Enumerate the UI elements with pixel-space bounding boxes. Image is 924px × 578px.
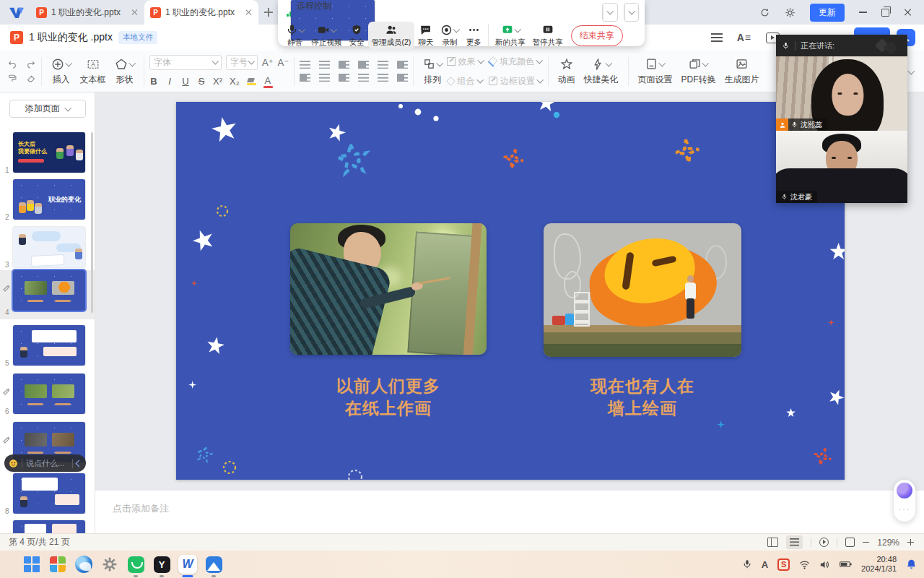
record-button[interactable]: 录制 <box>437 22 463 49</box>
bold-button[interactable]: B <box>149 76 158 87</box>
slide-thumbnail-row-8[interactable]: 8 <box>0 473 95 518</box>
ai-assistant-widget[interactable]: ··· <box>894 480 915 522</box>
justify-icon[interactable] <box>358 74 369 82</box>
new-tab-button[interactable] <box>264 8 273 17</box>
screen-share-indicator-icon[interactable]: S <box>777 558 790 571</box>
page-setup-button[interactable]: 页面设置 <box>634 57 677 86</box>
slide-thumbnail-row-5[interactable]: 5 <box>0 325 95 370</box>
current-slide[interactable]: 以前人们更多 在纸上作画 现在也有人在 墙上绘画 <box>176 102 845 480</box>
slide-image-painter[interactable] <box>290 223 487 355</box>
emoji-icon[interactable] <box>9 459 18 468</box>
format-painter-icon[interactable] <box>7 74 17 83</box>
superscript-button[interactable]: X² <box>213 76 222 87</box>
participant-video-1[interactable]: 沈熙蕊 <box>776 56 907 131</box>
font-color-button[interactable]: A <box>263 75 272 88</box>
store-icon[interactable] <box>48 555 67 574</box>
remote-control-button[interactable]: 远程控制 <box>624 3 640 22</box>
docs-app-icon[interactable] <box>204 555 223 574</box>
slide-3-thumbnail[interactable] <box>13 227 85 267</box>
manage-members-button[interactable]: 管理成员(2) <box>368 22 415 49</box>
textbox-button[interactable]: A 文本框 <box>76 57 110 86</box>
wifi-icon[interactable] <box>799 560 810 569</box>
decrease-indent-icon[interactable] <box>339 61 349 69</box>
slide-9-thumbnail[interactable] <box>13 520 85 533</box>
increase-indent-icon[interactable] <box>358 61 369 69</box>
new-share-button[interactable]: 新的共享 <box>492 22 529 49</box>
numbered-list-icon[interactable] <box>319 61 330 69</box>
grow-font-button[interactable]: A⁺ <box>262 57 274 68</box>
slide-8-thumbnail[interactable] <box>13 473 85 514</box>
slide-5-thumbnail[interactable] <box>13 325 85 366</box>
bullet-list-icon[interactable] <box>300 61 310 69</box>
font-size-select[interactable]: 字号 <box>226 55 258 70</box>
close-tab-icon[interactable] <box>131 9 139 16</box>
restore-icon[interactable] <box>881 9 889 17</box>
close-window-icon[interactable] <box>904 8 912 17</box>
chat-input-placeholder[interactable]: 说点什么... <box>26 458 69 469</box>
quick-beautify-button[interactable]: 快捷美化 <box>580 57 623 86</box>
right-caption-textbox[interactable]: 现在也有人在 墙上绘画 <box>544 375 741 420</box>
browser-icon[interactable] <box>74 555 93 574</box>
battery-icon[interactable] <box>840 560 852 569</box>
align-center-icon[interactable] <box>319 74 330 82</box>
notes-area[interactable]: 点击添加备注 <box>95 490 924 533</box>
subscript-button[interactable]: X₂ <box>230 76 240 87</box>
settings-gear-icon[interactable] <box>785 7 796 18</box>
shape-button[interactable]: 形状 <box>110 57 139 86</box>
clock[interactable]: 20:48 2024/1/31 <box>861 555 897 574</box>
align-left-icon[interactable] <box>300 74 310 82</box>
wps-logo-icon[interactable] <box>9 6 25 19</box>
add-page-button[interactable]: 添加页面 <box>9 100 86 118</box>
shrink-font-button[interactable]: A⁻ <box>278 57 289 68</box>
text-direction-icon[interactable] <box>397 74 408 82</box>
text-style-icon[interactable]: A≡ <box>737 32 751 43</box>
quick-chat-bar[interactable]: 说点什么... <box>4 454 86 472</box>
zoom-level[interactable]: 129% <box>877 538 899 548</box>
start-button[interactable] <box>22 555 41 574</box>
slide-4-thumbnail[interactable] <box>13 270 85 311</box>
strikethrough-button[interactable]: S <box>197 76 206 87</box>
redo-icon[interactable] <box>26 59 36 69</box>
line-spacing-icon[interactable] <box>378 61 388 69</box>
normal-view-icon[interactable] <box>767 538 778 547</box>
highlight-color-icon[interactable] <box>247 78 256 85</box>
menu-icon[interactable] <box>711 33 723 42</box>
security-button[interactable]: 安全 <box>346 22 368 49</box>
participant-video-2[interactable]: 沈君豪 <box>776 131 907 203</box>
pdf-convert-button[interactable]: PDF转换 <box>677 57 720 86</box>
slide-thumbnail-row-4-selected[interactable]: 4 <box>0 270 95 319</box>
slide-1-thumbnail[interactable]: 长大后我要做什么 <box>13 132 85 173</box>
more-options-dots-icon[interactable]: ··· <box>899 507 911 512</box>
notification-bell-icon[interactable] <box>906 558 917 570</box>
undo-icon[interactable] <box>7 59 17 69</box>
slide-image-graffiti[interactable] <box>544 223 741 357</box>
chat-button[interactable]: 聊天 <box>414 22 437 49</box>
tray-mic-icon[interactable] <box>742 558 752 570</box>
columns-icon[interactable] <box>397 61 408 69</box>
slide-thumbnail-row-2[interactable]: 2 职业的变化 <box>0 179 95 224</box>
slide-thumbnail-row-3[interactable]: 3 <box>0 227 95 272</box>
align-right-icon[interactable] <box>339 74 349 82</box>
slide-thumbnail-row-9[interactable]: 9 <box>0 520 95 533</box>
animation-button[interactable]: 动画 <box>554 57 580 86</box>
slide-thumbnail-row-6[interactable]: 6 <box>0 374 95 418</box>
slide-6-thumbnail[interactable] <box>13 374 85 414</box>
update-button[interactable]: 更新 <box>810 4 845 22</box>
insert-button[interactable]: 插入 <box>47 57 76 86</box>
make-image-button[interactable]: 生成图片 <box>720 57 764 86</box>
ai-assistant-icon[interactable] <box>897 483 912 499</box>
meeting-app-icon[interactable]: Y <box>152 555 171 574</box>
fit-to-screen-icon[interactable] <box>845 538 855 547</box>
more-button[interactable]: 更多 <box>463 22 485 49</box>
eraser-icon[interactable] <box>26 74 36 83</box>
document-tab-1[interactable]: P 1 职业的变化.pptx <box>30 0 144 25</box>
font-family-select[interactable]: 字体 <box>149 55 222 70</box>
italic-button[interactable]: I <box>165 76 174 87</box>
underline-button[interactable]: U <box>181 76 190 87</box>
slide-thumbnail-row-1[interactable]: 1 长大后我要做什么 <box>0 132 95 177</box>
settings-taskbar-icon[interactable] <box>100 555 119 574</box>
play-slideshow-icon[interactable] <box>819 538 829 547</box>
notes-view-icon[interactable] <box>786 535 803 549</box>
wps-taskbar-icon[interactable]: W <box>178 555 197 574</box>
end-share-button[interactable]: 结束共享 <box>571 25 623 46</box>
